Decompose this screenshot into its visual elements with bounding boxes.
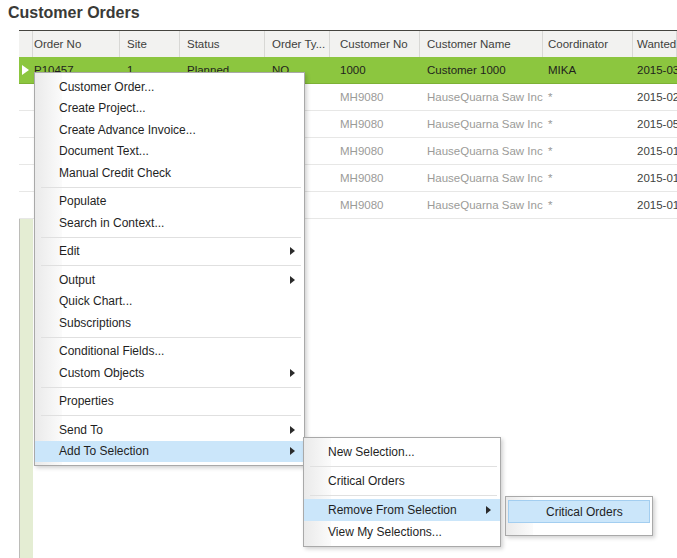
menu-item-label: Add To Selection xyxy=(59,444,149,458)
menu-item-label: Output xyxy=(59,273,95,287)
menu-item-label: Send To xyxy=(59,423,103,437)
menu-separator xyxy=(41,387,301,388)
cell-customer-no: MH9080 xyxy=(330,145,420,157)
submenu-arrow-icon xyxy=(290,426,295,434)
header-selector-cell xyxy=(19,31,33,57)
row-selector-cell[interactable] xyxy=(19,165,33,191)
table-header-row: Order No Site Status Order Ty... Custome… xyxy=(19,30,677,57)
page-title: Customer Orders xyxy=(8,4,140,22)
menu-item-manual-credit-check[interactable]: Manual Credit Check xyxy=(35,162,304,184)
menu-item-quick-chart[interactable]: Quick Chart... xyxy=(35,291,304,313)
menu-item-create-project[interactable]: Create Project... xyxy=(35,98,304,120)
row-selector-cell[interactable] xyxy=(19,192,33,218)
menu-separator xyxy=(41,415,301,416)
menu-item-remove-from-selection[interactable]: Remove From Selection xyxy=(304,499,500,521)
cell-coordinator: * xyxy=(543,172,633,184)
menu-item-new-selection[interactable]: New Selection... xyxy=(304,441,500,463)
cell-customer-name: HauseQuarna Saw Inc xyxy=(420,199,543,211)
column-header-site[interactable]: Site xyxy=(120,31,180,57)
menu-separator xyxy=(310,495,497,496)
row-selector-cell[interactable] xyxy=(19,138,33,164)
cell-customer-name: HauseQuarna Saw Inc xyxy=(420,172,543,184)
submenu-arrow-icon xyxy=(290,247,295,255)
menu-separator xyxy=(310,466,497,467)
cell-customer-name: HauseQuarna Saw Inc xyxy=(420,118,543,130)
column-header-customer-name[interactable]: Customer Name xyxy=(420,31,543,57)
menu-item-search-in-context[interactable]: Search in Context... xyxy=(35,212,304,234)
cell-wanted-date: 2015-02- xyxy=(633,91,677,103)
menu-item-custom-objects[interactable]: Custom Objects xyxy=(35,362,304,384)
column-header-order-type[interactable]: Order Ty... xyxy=(265,31,330,57)
submenu-arrow-icon xyxy=(290,447,295,455)
menu-item-conditional-fields[interactable]: Conditional Fields... xyxy=(35,341,304,363)
cell-customer-no: MH9080 xyxy=(330,199,420,211)
menu-item-document-text[interactable]: Document Text... xyxy=(35,141,304,163)
column-header-coordinator[interactable]: Coordinator xyxy=(543,31,633,57)
cell-wanted-date: 2015-03- xyxy=(633,64,677,76)
cell-customer-no: MH9080 xyxy=(330,91,420,103)
cell-coordinator: * xyxy=(543,145,633,157)
cell-customer-name: Customer 1000 xyxy=(420,64,543,76)
menu-item-critical-orders[interactable]: Critical Orders xyxy=(304,470,500,492)
menu-separator xyxy=(41,237,301,238)
menu-separator xyxy=(41,265,301,266)
menu-item-label: Remove From Selection xyxy=(328,503,457,517)
submenu-arrow-icon xyxy=(290,276,295,284)
remove-from-selection-submenu: Critical Orders xyxy=(505,496,653,536)
row-selector-cell[interactable] xyxy=(19,111,33,137)
cell-wanted-date: 2015-01- xyxy=(633,199,677,211)
cell-customer-name: HauseQuarna Saw Inc xyxy=(420,91,543,103)
column-header-order-no[interactable]: Order No xyxy=(33,31,120,57)
add-to-selection-submenu: New Selection... Critical Orders Remove … xyxy=(303,437,501,547)
menu-item-subscriptions[interactable]: Subscriptions xyxy=(35,312,304,334)
column-header-wanted-label: Wanted xyxy=(637,38,676,50)
selected-row-marker-icon xyxy=(22,65,29,75)
menu-separator xyxy=(41,187,301,188)
menu-item-add-to-selection[interactable]: Add To Selection xyxy=(35,441,304,463)
submenu-arrow-icon xyxy=(290,369,295,377)
row-selector-cell[interactable] xyxy=(19,84,33,110)
submenu-arrow-icon xyxy=(486,506,491,514)
cell-customer-no: MH9080 xyxy=(330,172,420,184)
cell-customer-name: HauseQuarna Saw Inc xyxy=(420,145,543,157)
menu-separator xyxy=(41,337,301,338)
cell-coordinator: MIKA xyxy=(543,64,633,76)
menu-item-remove-critical-orders[interactable]: Critical Orders xyxy=(508,500,650,523)
column-header-wanted[interactable]: Wanted xyxy=(633,31,677,57)
cell-customer-no: 1000 xyxy=(330,64,420,76)
menu-item-send-to[interactable]: Send To xyxy=(35,419,304,441)
cell-customer-no: MH9080 xyxy=(330,118,420,130)
menu-item-edit[interactable]: Edit xyxy=(35,241,304,263)
cell-wanted-date: 2015-05- xyxy=(633,118,677,130)
menu-item-view-my-selections[interactable]: View My Selections... xyxy=(304,521,500,543)
cell-wanted-date: 2015-01- xyxy=(633,172,677,184)
menu-item-populate[interactable]: Populate xyxy=(35,191,304,213)
menu-item-properties[interactable]: Properties xyxy=(35,391,304,413)
cell-coordinator: * xyxy=(543,91,633,103)
column-header-status[interactable]: Status xyxy=(180,31,265,57)
menu-item-customer-order[interactable]: Customer Order... xyxy=(35,76,304,98)
menu-item-create-advance-invoice[interactable]: Create Advance Invoice... xyxy=(35,119,304,141)
menu-item-label: Edit xyxy=(59,244,80,258)
menu-item-label: Custom Objects xyxy=(59,366,144,380)
menu-item-output[interactable]: Output xyxy=(35,269,304,291)
row-selector-cell[interactable] xyxy=(19,57,33,83)
cell-wanted-date: 2015-01- xyxy=(633,145,677,157)
context-menu: Customer Order... Create Project... Crea… xyxy=(34,72,305,466)
cell-coordinator: * xyxy=(543,118,633,130)
cell-coordinator: * xyxy=(543,199,633,211)
column-header-customer-no[interactable]: Customer No xyxy=(330,31,420,57)
